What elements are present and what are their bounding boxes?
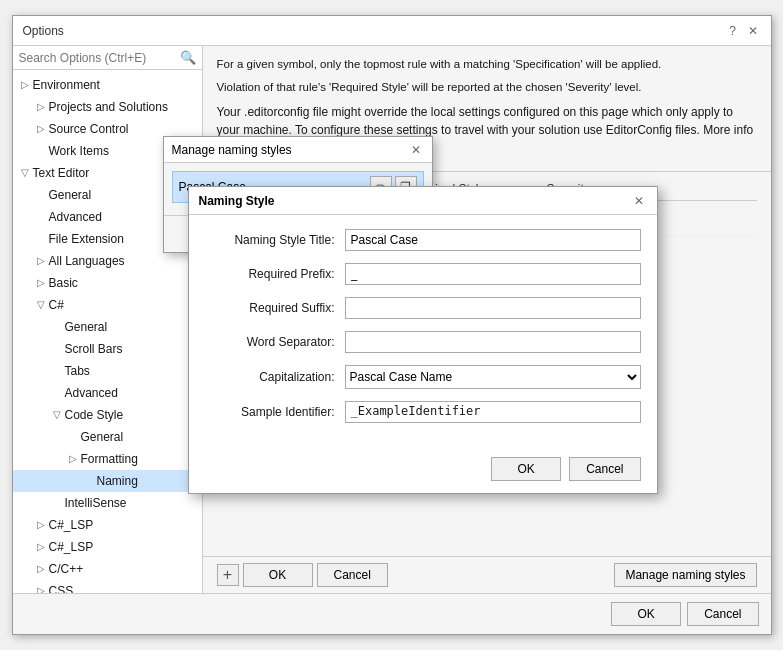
- info-text-3-content: Your .editorconfig file might override t…: [217, 105, 754, 137]
- naming-ok-button[interactable]: OK: [243, 563, 313, 587]
- sidebar-item-cpp[interactable]: ▷ C/C++: [13, 558, 202, 580]
- ns-separator-input[interactable]: [345, 331, 641, 353]
- sidebar-item-label: Environment: [33, 76, 100, 94]
- search-icon: 🔍: [180, 50, 196, 65]
- ns-suffix-input[interactable]: [345, 297, 641, 319]
- sidebar-item-label: General: [49, 186, 92, 204]
- sidebar-item-label: Work Items: [49, 142, 109, 160]
- options-cancel-button[interactable]: Cancel: [687, 602, 758, 626]
- search-input[interactable]: [19, 51, 176, 65]
- manage-close-button[interactable]: ✕: [408, 142, 424, 158]
- ns-suffix-row: Required Suffix:: [205, 297, 641, 319]
- sidebar-item-label: C#_LSP: [49, 538, 94, 556]
- dialog-bottom-buttons: OK Cancel: [13, 593, 771, 634]
- sidebar-item-label: Text Editor: [33, 164, 90, 182]
- naming-cancel-button[interactable]: Cancel: [317, 563, 388, 587]
- ns-body: Naming Style Title: Required Prefix: Req…: [189, 215, 657, 449]
- sidebar-item-cs-advanced[interactable]: Advanced: [13, 382, 202, 404]
- sidebar-item-cs-cs-general[interactable]: General: [13, 426, 202, 448]
- sidebar-item-label: C#: [49, 296, 64, 314]
- ns-sample-label: Sample Identifier:: [205, 405, 345, 419]
- manage-title: Manage naming styles: [172, 143, 292, 157]
- sidebar-item-all-lang[interactable]: ▷ All Languages: [13, 250, 202, 272]
- expand-icon: ▷: [33, 120, 49, 138]
- manage-naming-styles-button[interactable]: Manage naming styles: [614, 563, 756, 587]
- expand-icon: ▷: [33, 274, 49, 292]
- sidebar-item-label: File Extension: [49, 230, 124, 248]
- ns-sample-value: _ExampleIdentifier: [345, 401, 641, 423]
- expand-icon: ▷: [33, 582, 49, 593]
- ns-suffix-label: Required Suffix:: [205, 301, 345, 315]
- search-box: 🔍: [13, 46, 202, 70]
- sidebar-item-basic[interactable]: ▷ Basic: [13, 272, 202, 294]
- ns-close-button[interactable]: ✕: [631, 193, 647, 209]
- info-text-1: For a given symbol, only the topmost rul…: [217, 56, 757, 73]
- sidebar-item-environment[interactable]: ▷ Environment: [13, 74, 202, 96]
- manage-titlebar: Manage naming styles ✕: [164, 137, 432, 163]
- expand-icon: ▷: [33, 98, 49, 116]
- sidebar-item-scrollbars[interactable]: Scroll Bars: [13, 338, 202, 360]
- left-panel: 🔍 ▷ Environment ▷ Projects and Solutions…: [13, 46, 203, 593]
- sidebar-item-label: Source Control: [49, 120, 129, 138]
- info-text-2: Violation of that rule's 'Required Style…: [217, 79, 757, 96]
- sidebar-item-projects[interactable]: ▷ Projects and Solutions: [13, 96, 202, 118]
- expand-icon: ▷: [65, 450, 81, 468]
- expand-icon: ▷: [17, 76, 33, 94]
- sidebar-item-csharp-lsp1[interactable]: ▷ C#_LSP: [13, 514, 202, 536]
- sidebar-item-label: IntelliSense: [65, 494, 127, 512]
- ns-ok-button[interactable]: OK: [491, 457, 561, 481]
- sidebar-item-label: Formatting: [81, 450, 138, 468]
- expand-icon: ▷: [33, 252, 49, 270]
- sidebar-item-intellisense[interactable]: IntelliSense: [13, 492, 202, 514]
- sidebar-item-naming[interactable]: Naming: [13, 470, 202, 492]
- sidebar-item-label: Projects and Solutions: [49, 98, 168, 116]
- sidebar-item-code-style[interactable]: ▽ Code Style: [13, 404, 202, 426]
- sidebar-item-label: C/C++: [49, 560, 84, 578]
- sidebar-item-tabs[interactable]: Tabs: [13, 360, 202, 382]
- ns-title-row: Naming Style Title:: [205, 229, 641, 251]
- sidebar-item-label: CSS: [49, 582, 74, 593]
- ns-prefix-label: Required Prefix:: [205, 267, 345, 281]
- ns-title: Naming Style: [199, 194, 275, 208]
- sidebar-item-label: Basic: [49, 274, 78, 292]
- sidebar-item-csharp-lsp2[interactable]: ▷ C#_LSP: [13, 536, 202, 558]
- options-ok-button[interactable]: OK: [611, 602, 681, 626]
- naming-bottom-bar: + OK Cancel Manage naming styles: [203, 556, 771, 593]
- sidebar-item-label: Scroll Bars: [65, 340, 123, 358]
- close-button[interactable]: ✕: [745, 23, 761, 39]
- ns-sample-row: Sample Identifier: _ExampleIdentifier: [205, 401, 641, 423]
- expand-icon: ▷: [33, 560, 49, 578]
- sidebar-item-label: All Languages: [49, 252, 125, 270]
- ns-cap-label: Capitalization:: [205, 370, 345, 384]
- sidebar-item-label: Advanced: [65, 384, 118, 402]
- expand-icon: ▽: [49, 406, 65, 424]
- ns-capitalization-row: Capitalization: Pascal Case Name Camel C…: [205, 365, 641, 389]
- sidebar-item-label: C#_LSP: [49, 516, 94, 534]
- ns-title-label: Naming Style Title:: [205, 233, 345, 247]
- ns-title-input[interactable]: [345, 229, 641, 251]
- add-rule-button[interactable]: +: [217, 564, 239, 586]
- sidebar-item-css[interactable]: ▷ CSS: [13, 580, 202, 593]
- help-button[interactable]: ?: [725, 23, 741, 39]
- sidebar-item-label: Advanced: [49, 208, 102, 226]
- options-dialog: Options ? ✕ 🔍 ▷ Environment ▷ Pr: [12, 15, 772, 635]
- ns-titlebar: Naming Style ✕: [189, 187, 657, 215]
- expand-icon: ▷: [33, 538, 49, 556]
- sidebar-item-label: Code Style: [65, 406, 124, 424]
- expand-icon: ▷: [33, 516, 49, 534]
- sidebar-item-label: General: [81, 428, 124, 446]
- sidebar-item-csharp[interactable]: ▽ C#: [13, 294, 202, 316]
- options-titlebar: Options ? ✕: [13, 16, 771, 46]
- sidebar-item-label: Tabs: [65, 362, 90, 380]
- ns-separator-label: Word Separator:: [205, 335, 345, 349]
- ns-cancel-button[interactable]: Cancel: [569, 457, 640, 481]
- ns-cap-dropdown[interactable]: Pascal Case Name Camel Case Name All Upp…: [345, 365, 641, 389]
- ns-prefix-row: Required Prefix:: [205, 263, 641, 285]
- ns-separator-row: Word Separator:: [205, 331, 641, 353]
- ns-prefix-input[interactable]: [345, 263, 641, 285]
- sidebar-item-formatting[interactable]: ▷ Formatting: [13, 448, 202, 470]
- titlebar-controls: ? ✕: [725, 23, 761, 39]
- expand-icon: ▽: [17, 164, 33, 182]
- sidebar-item-cs-general[interactable]: General: [13, 316, 202, 338]
- expand-icon: ▽: [33, 296, 49, 314]
